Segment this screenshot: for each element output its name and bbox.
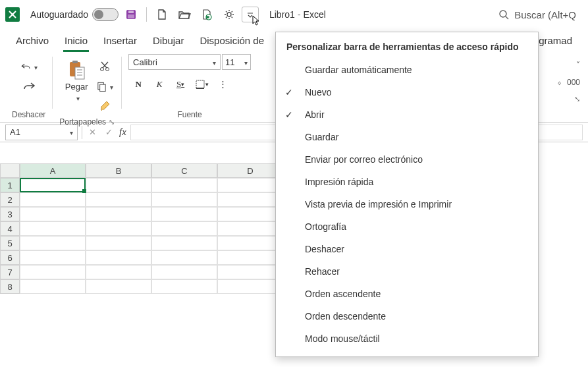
cell[interactable] — [151, 279, 217, 294]
ribbon-right-icon[interactable]: ⬨ — [557, 78, 562, 87]
row-header-4[interactable]: 4 — [0, 221, 20, 236]
row-header-1[interactable]: 1 — [0, 178, 20, 192]
clipboard-launcher[interactable]: ⤡ — [109, 118, 115, 127]
cell[interactable] — [217, 265, 283, 279]
row-header-6[interactable]: 6 — [0, 250, 20, 265]
cell[interactable] — [151, 207, 217, 221]
cell[interactable] — [20, 279, 86, 294]
dropdown-item[interactable]: ✓Abrir — [276, 103, 538, 126]
cell[interactable] — [217, 192, 283, 207]
tab-disposicion[interactable]: Disposición de — [192, 32, 272, 50]
col-header-a[interactable]: A — [20, 163, 86, 178]
cell[interactable] — [217, 250, 283, 265]
search-placeholder: Buscar (Alt+Q — [514, 9, 576, 20]
row-header-7[interactable]: 7 — [0, 265, 20, 279]
cell[interactable] — [86, 221, 151, 236]
cell[interactable] — [86, 236, 151, 250]
settings-button[interactable] — [219, 5, 239, 24]
more-font-button[interactable]: ⋮ — [213, 75, 232, 94]
dropdown-item[interactable]: Guardar — [276, 126, 538, 148]
cell[interactable] — [151, 265, 217, 279]
row-header-3[interactable]: 3 — [0, 207, 20, 221]
cell[interactable] — [86, 192, 151, 207]
cell[interactable] — [217, 178, 283, 192]
svg-rect-2 — [128, 14, 134, 18]
cell[interactable] — [151, 178, 217, 192]
search-box[interactable]: Buscar (Alt+Q — [492, 7, 583, 23]
cell[interactable] — [20, 236, 86, 250]
customize-qat-button[interactable] — [242, 7, 259, 22]
tab-insertar[interactable]: Insertar — [95, 32, 145, 50]
cell[interactable] — [217, 221, 283, 236]
cell[interactable] — [151, 236, 217, 250]
cell[interactable] — [151, 192, 217, 207]
save-button[interactable] — [121, 5, 141, 24]
underline-button[interactable]: S▾ — [171, 75, 190, 94]
new-file-button[interactable] — [152, 5, 172, 24]
dropdown-item[interactable]: Orden ascendente — [276, 283, 538, 305]
redo-button[interactable] — [20, 78, 38, 95]
col-header-d[interactable]: D — [217, 163, 283, 178]
cell[interactable] — [86, 207, 151, 221]
italic-button[interactable]: K — [149, 75, 169, 94]
share-button[interactable] — [197, 5, 217, 24]
select-all-corner[interactable] — [0, 163, 20, 178]
format-painter-button[interactable] — [96, 98, 113, 115]
dropdown-item[interactable]: Deshacer — [276, 238, 538, 260]
dropdown-item[interactable]: Enviar por correo electrónico — [276, 148, 538, 171]
dropdown-item[interactable]: Modo mouse/táctil — [276, 327, 538, 350]
cell[interactable] — [151, 250, 217, 265]
cell[interactable] — [20, 192, 86, 207]
cell[interactable] — [86, 250, 151, 265]
paste-button[interactable]: Pegar — [61, 58, 92, 104]
open-file-button[interactable] — [174, 5, 194, 24]
ribbon-right-decimals[interactable]: 000 — [567, 78, 580, 87]
tab-archivo[interactable]: Archivo — [8, 32, 57, 50]
autosave-control[interactable]: Autoguardado — [30, 8, 119, 21]
col-header-c[interactable]: C — [151, 163, 217, 178]
cell[interactable] — [217, 279, 283, 294]
row-header-2[interactable]: 2 — [0, 192, 20, 207]
customize-qat-menu: Personalizar barra de herramientas de ac… — [275, 32, 539, 357]
cut-button[interactable] — [96, 58, 113, 75]
chevron-down-icon — [242, 57, 248, 67]
cell[interactable] — [86, 265, 151, 279]
dropdown-item[interactable]: Ortografía — [276, 215, 538, 238]
cell[interactable] — [217, 236, 283, 250]
dropdown-item-label: Nuevo — [305, 87, 331, 98]
dropdown-item[interactable]: ✓Nuevo — [276, 81, 538, 103]
cell[interactable] — [86, 279, 151, 294]
cell[interactable] — [217, 207, 283, 221]
cell[interactable] — [20, 265, 86, 279]
cell[interactable] — [20, 250, 86, 265]
dropdown-item[interactable]: Impresión rápida — [276, 171, 538, 193]
copy-button[interactable] — [96, 78, 113, 95]
row-header-8[interactable]: 8 — [0, 279, 20, 294]
cell-a1[interactable] — [20, 178, 86, 192]
border-button[interactable]: ▾ — [192, 75, 211, 94]
fx-icon[interactable]: fx — [119, 127, 126, 138]
cell[interactable] — [20, 221, 86, 236]
dropdown-title: Personalizar barra de herramientas de ac… — [276, 39, 538, 59]
cell[interactable] — [151, 221, 217, 236]
dropdown-item[interactable]: Orden descendente — [276, 305, 538, 327]
tab-dibujar[interactable]: Dibujar — [145, 32, 192, 50]
dropdown-item-label: Orden descendente — [305, 311, 386, 322]
font-name-select[interactable]: Calibri — [128, 54, 221, 70]
autosave-toggle[interactable] — [92, 8, 119, 21]
col-header-b[interactable]: B — [86, 163, 151, 178]
dropdown-item[interactable]: Vista previa de impresión e Imprimir — [276, 193, 538, 215]
cell[interactable] — [86, 178, 151, 192]
dropdown-item-label: Guardar automáticamente — [305, 65, 412, 75]
cell[interactable] — [20, 207, 86, 221]
undo-button[interactable] — [20, 58, 38, 75]
bold-button[interactable]: N — [128, 75, 148, 94]
dropdown-item[interactable]: Guardar automáticamente — [276, 59, 538, 81]
arrow-down-icon[interactable]: ˅ — [576, 61, 580, 70]
dropdown-item[interactable]: Rehacer — [276, 260, 538, 283]
cursor-icon — [252, 15, 261, 26]
tab-inicio[interactable]: Inicio — [57, 32, 95, 50]
number-launcher[interactable]: ⤡ — [574, 95, 580, 103]
row-header-5[interactable]: 5 — [0, 236, 20, 250]
font-size-select[interactable]: 11 — [222, 54, 251, 70]
